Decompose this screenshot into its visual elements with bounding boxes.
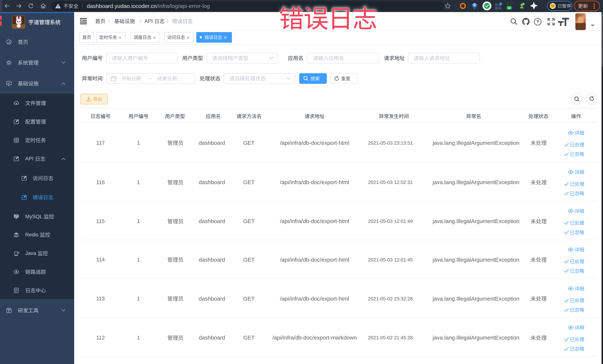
- svg-text:on: on: [508, 7, 511, 9]
- svg-text:?: ?: [536, 19, 539, 24]
